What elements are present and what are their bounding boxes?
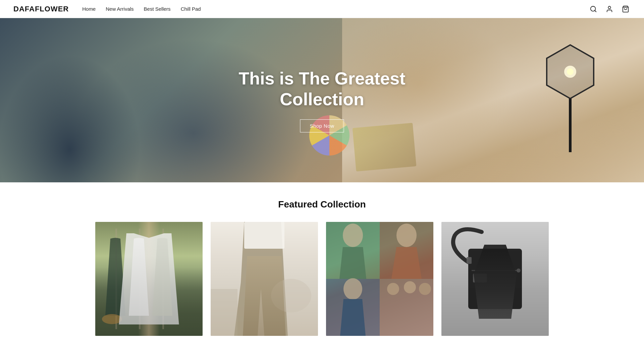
nav-best-sellers[interactable]: Best Sellers <box>144 6 171 12</box>
search-icon <box>590 5 597 13</box>
header-icons <box>588 4 631 14</box>
svg-rect-28 <box>473 274 487 282</box>
svg-rect-26 <box>441 222 549 336</box>
product-image-4 <box>441 222 549 336</box>
svg-rect-13 <box>244 222 284 249</box>
brand-logo[interactable]: DAFAFLOWER <box>13 5 69 13</box>
product-image-3 <box>326 222 433 336</box>
account-button[interactable] <box>604 4 614 14</box>
svg-rect-31 <box>467 257 472 264</box>
product-image-2 <box>211 222 318 336</box>
svg-point-11 <box>102 314 122 324</box>
user-icon <box>606 5 613 13</box>
svg-rect-10 <box>162 229 164 329</box>
nav-home[interactable]: Home <box>82 6 96 12</box>
svg-line-1 <box>595 10 596 12</box>
shop-now-button[interactable]: Shop Now <box>300 119 344 132</box>
svg-rect-15 <box>211 289 237 336</box>
svg-rect-27 <box>468 249 522 309</box>
search-button[interactable] <box>588 4 598 14</box>
products-grid <box>13 222 631 336</box>
svg-rect-9 <box>139 229 141 329</box>
product-card-2[interactable] <box>211 222 318 336</box>
header: DAFAFLOWER Home New Arrivals Best Seller… <box>0 0 644 18</box>
svg-point-23 <box>387 283 399 295</box>
svg-point-24 <box>404 281 416 293</box>
hero-title: This is The Greatest Collection <box>238 68 405 110</box>
svg-point-19 <box>396 224 417 247</box>
svg-point-30 <box>517 268 521 273</box>
svg-point-14 <box>271 279 311 312</box>
svg-point-17 <box>343 224 363 247</box>
cart-button[interactable] <box>621 4 631 14</box>
product-card-4[interactable] <box>441 222 549 336</box>
hero-lamp-decoration <box>537 38 604 159</box>
product-card-1[interactable] <box>95 222 203 336</box>
main-nav: Home New Arrivals Best Sellers Chill Pad <box>82 6 588 12</box>
svg-point-7 <box>567 68 574 75</box>
product-card-3[interactable] <box>326 222 433 336</box>
svg-point-21 <box>343 278 362 300</box>
svg-point-2 <box>608 6 610 8</box>
cart-icon <box>622 5 629 13</box>
featured-title: Featured Collection <box>13 199 631 210</box>
product-image-1 <box>95 222 203 336</box>
hero-content: This is The Greatest Collection Shop Now <box>238 68 405 132</box>
svg-point-25 <box>419 283 431 295</box>
nav-chill-pad[interactable]: Chill Pad <box>181 6 201 12</box>
hero-section: This is The Greatest Collection Shop Now <box>0 18 644 182</box>
hero-figure <box>0 18 174 182</box>
featured-section: Featured Collection <box>0 182 644 349</box>
nav-new-arrivals[interactable]: New Arrivals <box>106 6 133 12</box>
